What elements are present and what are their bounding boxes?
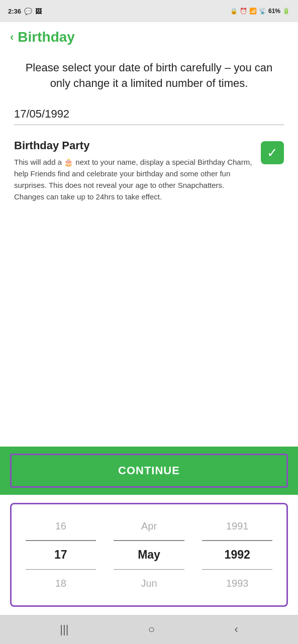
status-right: 🔒 ⏰ 📶 📡 61% 🔋 xyxy=(230,8,290,15)
time-label: 2:36 xyxy=(8,8,21,15)
status-bar: 2:36 💬 🖼 🔒 ⏰ 📶 📡 61% 🔋 xyxy=(0,0,298,22)
nav-menu-icon[interactable]: ||| xyxy=(60,623,68,636)
picker-column-day[interactable]: 16 17 18 xyxy=(17,512,105,597)
birthday-party-desc: This will add a 🎂 next to your name, dis… xyxy=(14,156,253,203)
picker-day-17[interactable]: 17 xyxy=(17,540,105,570)
page-title: Birthday xyxy=(18,29,75,45)
picker-year-1993[interactable]: 1993 xyxy=(193,570,281,597)
birthday-party-section: Birthday Party This will add a 🎂 next to… xyxy=(14,139,284,203)
main-content: Please select your date of birth careful… xyxy=(0,50,298,330)
picker-day-18[interactable]: 18 xyxy=(17,570,105,597)
picker-day-16[interactable]: 16 xyxy=(17,512,105,540)
status-left: 2:36 💬 🖼 xyxy=(8,8,42,15)
nav-bar: ||| ○ ‹ xyxy=(0,615,298,644)
birthday-party-text: Birthday Party This will add a 🎂 next to… xyxy=(14,139,253,203)
nav-home-icon[interactable]: ○ xyxy=(148,623,155,636)
picker-month-may[interactable]: May xyxy=(105,540,193,570)
date-input[interactable]: 17/05/1992 xyxy=(14,108,284,125)
date-field-container[interactable]: 17/05/1992 xyxy=(14,108,284,125)
page-header: ‹ Birthday xyxy=(0,22,298,50)
picker-month-jun[interactable]: Jun xyxy=(105,570,193,597)
picker-year-1991[interactable]: 1991 xyxy=(193,512,281,540)
whatsapp-icon: 💬 xyxy=(24,8,32,15)
lock-icon: 🔒 xyxy=(230,8,238,15)
continue-area: CONTINUE xyxy=(0,447,298,495)
date-picker-container[interactable]: 16 17 18 Apr May Jun 1991 1992 1993 xyxy=(10,503,288,607)
image-icon: 🖼 xyxy=(35,8,42,15)
picker-column-year[interactable]: 1991 1992 1993 xyxy=(193,512,281,597)
birthday-party-checkbox[interactable]: ✓ xyxy=(261,141,284,164)
continue-button[interactable]: CONTINUE xyxy=(10,454,288,488)
picker-month-apr[interactable]: Apr xyxy=(105,512,193,540)
signal-icon: 📡 xyxy=(259,8,266,15)
battery-label: 61% xyxy=(268,8,280,15)
picker-year-1992[interactable]: 1992 xyxy=(193,540,281,570)
date-picker[interactable]: 16 17 18 Apr May Jun 1991 1992 1993 xyxy=(12,504,286,605)
battery-icon: 🔋 xyxy=(282,8,290,15)
alarm-icon: ⏰ xyxy=(240,8,247,15)
picker-column-month[interactable]: Apr May Jun xyxy=(105,512,193,597)
wifi-icon: 📶 xyxy=(249,8,257,15)
nav-back-icon[interactable]: ‹ xyxy=(234,623,238,636)
back-button[interactable]: ‹ xyxy=(10,32,14,43)
instruction-text: Please select your date of birth careful… xyxy=(14,60,284,91)
birthday-party-title: Birthday Party xyxy=(14,139,253,152)
checkmark-icon: ✓ xyxy=(267,146,278,159)
